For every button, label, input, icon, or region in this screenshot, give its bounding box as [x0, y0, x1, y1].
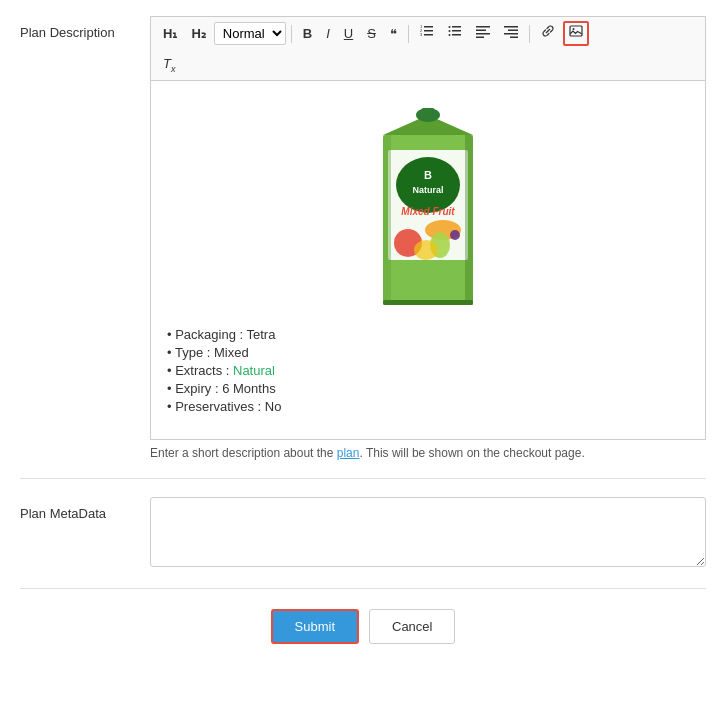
align-left-button[interactable] — [470, 21, 496, 46]
strikethrough-button[interactable]: S — [361, 22, 382, 46]
svg-rect-17 — [508, 30, 518, 32]
svg-rect-14 — [476, 33, 490, 35]
svg-rect-0 — [424, 26, 433, 28]
svg-point-34 — [414, 240, 438, 260]
svg-rect-38 — [383, 300, 473, 305]
divider-1 — [20, 478, 706, 479]
svg-rect-8 — [452, 34, 461, 36]
toolbar-separator-2 — [408, 25, 409, 43]
svg-rect-15 — [476, 37, 484, 39]
expiry-detail: Expiry : 6 Months — [167, 381, 689, 396]
svg-rect-37 — [465, 135, 473, 305]
hint-text-before: Enter a short description about the — [150, 446, 337, 460]
product-image-svg: B Natural Mixed Fruit — [368, 95, 488, 315]
divider-2 — [20, 588, 706, 589]
hint-link[interactable]: plan — [337, 446, 360, 460]
type-detail: Type : Mixed — [167, 345, 689, 360]
underline-button[interactable]: U — [338, 22, 359, 46]
expiry-label: Expiry — [175, 381, 211, 396]
svg-rect-20 — [570, 26, 582, 36]
page-wrapper: Plan Description H₁ H₂ Normal B I U S ❝ … — [0, 0, 726, 660]
svg-rect-19 — [510, 37, 518, 39]
svg-rect-16 — [504, 26, 518, 28]
plan-metadata-field — [150, 497, 706, 570]
plan-description-row: Plan Description H₁ H₂ Normal B I U S ❝ … — [20, 16, 706, 460]
hint-text-after: . This will be shown on the checkout pag… — [359, 446, 584, 460]
align-right-button[interactable] — [498, 21, 524, 46]
plan-description-label: Plan Description — [20, 16, 150, 42]
expiry-value: 6 Months — [222, 381, 275, 396]
svg-point-9 — [448, 26, 450, 28]
svg-rect-36 — [383, 135, 391, 305]
heading-select[interactable]: Normal — [214, 22, 286, 45]
h1-button[interactable]: H₁ — [157, 22, 183, 46]
svg-point-21 — [572, 28, 574, 30]
type-separator: : — [207, 345, 214, 360]
toolbar-row2: Tx — [150, 50, 706, 80]
bold-button[interactable]: B — [297, 22, 318, 46]
button-row: Submit Cancel — [20, 609, 706, 644]
plan-description-field: H₁ H₂ Normal B I U S ❝ 123 — [150, 16, 706, 460]
svg-rect-1 — [424, 30, 433, 32]
type-value: Mixed — [214, 345, 249, 360]
extracts-label: Extracts — [175, 363, 222, 378]
editor-toolbar: H₁ H₂ Normal B I U S ❝ 123 — [150, 16, 706, 50]
preservatives-label: Preservatives — [175, 399, 254, 414]
packaging-value: Tetra — [247, 327, 276, 342]
product-image-area: B Natural Mixed Fruit — [167, 95, 689, 315]
quote-button[interactable]: ❝ — [384, 22, 403, 46]
extracts-value: Natural — [233, 363, 275, 378]
svg-text:3: 3 — [420, 32, 423, 37]
svg-text:B: B — [424, 169, 432, 181]
plan-metadata-row: Plan MetaData — [20, 497, 706, 570]
svg-rect-25 — [421, 108, 435, 116]
svg-rect-12 — [476, 26, 490, 28]
svg-rect-13 — [476, 30, 486, 32]
svg-point-10 — [448, 30, 450, 32]
packaging-separator: : — [240, 327, 247, 342]
svg-rect-18 — [504, 33, 518, 35]
type-label: Type — [175, 345, 203, 360]
extracts-detail: Extracts : Natural — [167, 363, 689, 378]
extracts-separator: : — [226, 363, 233, 378]
unordered-list-button[interactable] — [442, 21, 468, 46]
preservatives-value: No — [265, 399, 282, 414]
preservatives-detail: Preservatives : No — [167, 399, 689, 414]
packaging-detail: Packaging : Tetra — [167, 327, 689, 342]
svg-rect-7 — [452, 30, 461, 32]
cancel-button[interactable]: Cancel — [369, 609, 455, 644]
svg-rect-2 — [424, 34, 433, 36]
product-details-list: Packaging : Tetra Type : Mixed Extracts … — [167, 327, 689, 414]
image-button[interactable] — [563, 21, 589, 46]
preservatives-separator: : — [258, 399, 265, 414]
metadata-textarea[interactable] — [150, 497, 706, 567]
clear-format-sub: x — [171, 64, 176, 74]
toolbar-separator-3 — [529, 25, 530, 43]
editor-content[interactable]: B Natural Mixed Fruit — [150, 80, 706, 440]
h2-button[interactable]: H₂ — [185, 22, 211, 46]
hint-text: Enter a short description about the plan… — [150, 446, 706, 460]
packaging-label: Packaging — [175, 327, 236, 342]
submit-button[interactable]: Submit — [271, 609, 359, 644]
link-button[interactable] — [535, 21, 561, 46]
svg-point-35 — [450, 230, 460, 240]
plan-metadata-label: Plan MetaData — [20, 497, 150, 523]
clear-format-label: T — [163, 56, 171, 71]
ordered-list-button[interactable]: 123 — [414, 21, 440, 46]
toolbar-separator-1 — [291, 25, 292, 43]
clear-format-button[interactable]: Tx — [157, 52, 181, 78]
svg-point-11 — [448, 34, 450, 36]
svg-text:Mixed Fruit: Mixed Fruit — [401, 206, 455, 217]
italic-button[interactable]: I — [320, 22, 336, 46]
svg-text:Natural: Natural — [412, 185, 443, 195]
svg-rect-6 — [452, 26, 461, 28]
